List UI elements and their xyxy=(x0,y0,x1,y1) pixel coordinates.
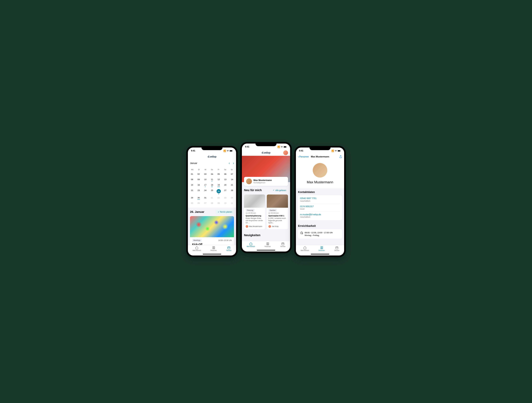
calendar-icon xyxy=(227,246,230,249)
user-avatar[interactable] xyxy=(283,150,288,155)
calendar-day[interactable]: 17 xyxy=(202,183,209,187)
calendar-day[interactable]: 03 xyxy=(222,195,228,200)
notch xyxy=(202,146,222,150)
tab-personen[interactable]: Personen xyxy=(210,246,217,251)
calendar-day[interactable]: 12 xyxy=(215,177,222,182)
calendar-day[interactable]: 22 xyxy=(189,188,195,195)
notch xyxy=(255,142,277,146)
contact-card[interactable]: Max Mustermann Kontaktperson xyxy=(244,177,288,186)
calendar-day[interactable]: 30 xyxy=(196,195,202,200)
calendar-day[interactable]: 05 xyxy=(189,201,195,205)
svg-rect-19 xyxy=(336,247,338,249)
wifi-icon xyxy=(281,146,283,148)
calendar-day[interactable]: 31 xyxy=(202,195,209,200)
contact-row[interactable]: 02542 9307 7751 Geschäftlich xyxy=(300,196,340,204)
calendar-day[interactable]: 13 xyxy=(222,177,228,182)
calendar-day[interactable]: 08 xyxy=(209,201,215,205)
weekday-label: Fr xyxy=(215,169,222,170)
calendar-day[interactable]: 20 xyxy=(222,183,228,187)
battery-icon xyxy=(284,146,287,148)
calendar-day[interactable]: 04 xyxy=(209,172,215,176)
contact-row[interactable]: m.muster@d-velop.de Geschäftlich xyxy=(300,212,340,220)
share-icon[interactable] xyxy=(339,155,342,158)
calendar-day[interactable]: 10 xyxy=(222,201,228,205)
calendar-day[interactable]: 23 xyxy=(196,188,202,195)
news-excerpt: In KW 1 erwarten euch folgende gesunde S… xyxy=(268,217,286,224)
weekday-label: Do xyxy=(209,169,215,170)
news-card[interactable]: Planung vor 45 Minuten Quartalsplanung G… xyxy=(244,195,265,229)
calendar-day[interactable]: 06 xyxy=(196,201,202,205)
calendar-day[interactable]: 09 xyxy=(215,201,222,205)
availability-hours: 08:00 - 12:00, 13:00 - 17:00 Uhr xyxy=(305,231,333,234)
tab-mein-bereich[interactable]: Mein Bereich xyxy=(247,242,255,247)
calendar-day[interactable]: 27 xyxy=(222,188,228,195)
calendar-day[interactable]: 26 xyxy=(215,188,222,195)
calendar-day[interactable]: 18 xyxy=(209,183,215,187)
home-indicator[interactable] xyxy=(311,254,329,254)
calendar-day[interactable]: 06 xyxy=(222,172,228,176)
svg-rect-14 xyxy=(341,151,341,151)
tab-termine[interactable]: Termine xyxy=(334,246,339,251)
calendar-day[interactable]: 03 xyxy=(202,172,209,176)
calendar-day[interactable]: 25 xyxy=(209,188,215,195)
home-indicator[interactable] xyxy=(203,254,221,254)
calendar-grid: MoDiMiDoFrSaSo 0102030405060708091011121… xyxy=(188,167,236,208)
news-excerpt: Guten Morgen Erika, wie besprochen sende… xyxy=(246,217,264,224)
back-button[interactable]: ‹ Personen xyxy=(298,155,309,158)
calendar-day[interactable]: 09 xyxy=(196,177,202,182)
calendar-day[interactable]: 08 xyxy=(189,177,195,182)
svg-point-18 xyxy=(321,247,322,248)
calendar-day[interactable]: 29 xyxy=(189,195,195,200)
wifi-icon xyxy=(335,150,337,152)
news-author: Jan Kolp xyxy=(268,225,286,228)
tab-personen[interactable]: Personen xyxy=(265,242,271,247)
news-card[interactable]: Kantine vor 56 Minuten Speiseplan KW 1 I… xyxy=(267,195,288,229)
calendar-day[interactable]: 04 xyxy=(229,195,235,200)
all-read-button[interactable]: ✓ Alle gelesen xyxy=(271,188,288,192)
tab-termine[interactable]: Termine xyxy=(280,242,285,247)
calendar-day[interactable]: 24 xyxy=(202,188,209,195)
svg-rect-5 xyxy=(228,247,230,249)
briefcase-icon xyxy=(300,231,303,234)
tab-termine[interactable]: Termine xyxy=(226,246,231,251)
next-month-icon[interactable]: › xyxy=(233,161,234,165)
home-indicator[interactable] xyxy=(257,250,275,251)
avatar xyxy=(268,225,271,228)
calendar-day[interactable]: 05 xyxy=(215,172,222,176)
calendar-day[interactable]: 21 xyxy=(229,183,235,187)
calendar-day[interactable]: 02 xyxy=(215,195,222,200)
weekday-label: Mo xyxy=(189,169,196,170)
calendar-day[interactable]: 11 xyxy=(229,201,235,205)
calendar-day[interactable]: 02 xyxy=(196,172,202,176)
contact-card: 02542 9307 7751 Geschäftlich 0174 909131… xyxy=(298,195,342,220)
event-card[interactable]: Meetings 14:00–15:30 Uhr Kick-Off Sabine… xyxy=(190,216,234,245)
calendar-day[interactable]: 07 xyxy=(202,201,209,205)
calendar-day[interactable]: 15 xyxy=(189,183,195,187)
tab-personen[interactable]: Personen xyxy=(319,246,325,251)
phone-calendar: 9:41 📶 d.velop Januar ‹ › xyxy=(186,146,238,257)
event-time: 14:00–15:30 Uhr xyxy=(218,239,232,241)
tab-mein-bereich[interactable]: Mein Bereich xyxy=(193,246,201,251)
calendar-day[interactable]: 11 xyxy=(209,177,215,182)
plan-event-button[interactable]: + Termin planen xyxy=(216,210,234,214)
calendar-day[interactable]: 19 xyxy=(215,183,222,187)
calendar-day[interactable]: 14 xyxy=(229,177,235,182)
notch xyxy=(310,146,330,150)
phone-home: 9:41 📶 d.velop Max Mustermann Kontaktper… xyxy=(240,142,292,253)
chevron-left-icon: ‹ xyxy=(298,155,299,158)
battery-icon xyxy=(229,150,233,152)
calendar-day[interactable]: 10 xyxy=(202,177,209,182)
contact-row[interactable]: 0174 9091317 Mobil xyxy=(300,204,340,212)
calendar-day[interactable]: 01 xyxy=(189,172,195,176)
prev-month-icon[interactable]: ‹ xyxy=(229,161,230,165)
signal-icon: 📶 xyxy=(278,146,280,148)
calendar-day[interactable]: 16 xyxy=(196,183,202,187)
tab-mein-bereich[interactable]: Mein Bereich xyxy=(301,246,309,251)
calendar-day[interactable]: 07 xyxy=(229,172,235,176)
contact-role: Kontaktperson xyxy=(253,182,272,184)
profile-name: Max Mustermann xyxy=(298,180,342,184)
wifi-icon xyxy=(227,150,229,152)
calendar-day[interactable]: 28 xyxy=(229,188,235,195)
calendar-day[interactable]: 01 xyxy=(209,195,215,200)
weekday-label: Mi xyxy=(202,169,209,170)
